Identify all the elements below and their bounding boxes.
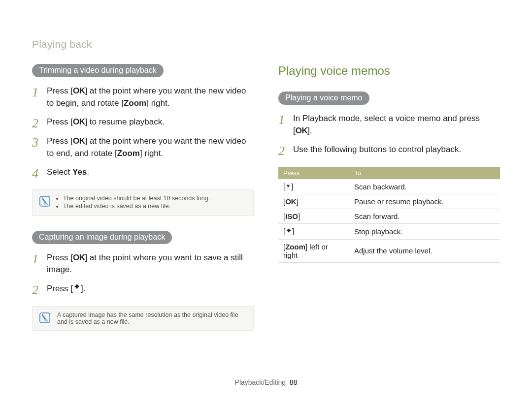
- controls-table: Press To [] Scan backward. [OK] Pause or…: [278, 167, 500, 263]
- step-item: 4 Select Yes.: [32, 166, 254, 179]
- step-number: 1: [32, 250, 38, 269]
- step-text: ].: [307, 126, 312, 135]
- heading-playing-voice-memos: Playing voice memos: [278, 64, 500, 78]
- step-text: Press [: [47, 284, 73, 293]
- step-text: Press [: [47, 136, 73, 146]
- step-item: 2 Press [OK] to resume playback.: [32, 116, 254, 128]
- step-item: 1 In Playback mode, select a voice memo …: [278, 113, 500, 137]
- ok-key: OK: [73, 253, 85, 262]
- flash-icon: [285, 183, 291, 191]
- ok-key: OK: [73, 117, 85, 126]
- pill-playing-voice-memo: Playing a voice memo: [278, 92, 369, 105]
- table-key-cell: [ISO]: [278, 209, 349, 224]
- right-column: Playing voice memos Playing a voice memo…: [278, 64, 500, 345]
- note-icon: [39, 312, 50, 323]
- ok-key: OK: [73, 86, 85, 95]
- table-row: [ISO] Scan forward.: [278, 209, 500, 224]
- table-desc-cell: Pause or resume playback.: [349, 194, 500, 209]
- table-header-press: Press: [278, 167, 349, 179]
- footer-section: Playback/Editing: [235, 378, 286, 386]
- note-text: A captured image has the same resolution…: [56, 311, 246, 325]
- step-text: In Playback mode, select a voice memo an…: [293, 114, 480, 135]
- step-number: 2: [278, 142, 285, 160]
- iso-key: ISO: [285, 212, 298, 220]
- step-number: 1: [278, 111, 285, 129]
- step-item: 2 Use the following buttons to control p…: [278, 144, 500, 156]
- steps-trimming: 1 Press [OK] at the point where you want…: [32, 85, 254, 179]
- step-text: ].: [81, 284, 85, 293]
- step-text: ] to resume playback.: [85, 117, 165, 126]
- pill-trimming-video: Trimming a video during playback: [32, 64, 164, 77]
- footer-page-number: 88: [290, 378, 298, 386]
- note-icon: [39, 196, 50, 207]
- zoom-label: Zoom: [117, 149, 140, 158]
- step-number: 2: [32, 114, 38, 133]
- step-item: 1 Press [OK] at the point where you want…: [32, 85, 254, 109]
- table-row: [] Stop playback.: [278, 224, 500, 240]
- zoom-label: Zoom: [124, 98, 146, 108]
- steps-capturing: 1 Press [OK] at the point where you want…: [32, 252, 254, 295]
- table-key-cell: []: [278, 179, 349, 194]
- step-text: ] right.: [146, 98, 169, 108]
- manual-page: Playing back Trimming a video during pla…: [0, 0, 532, 401]
- step-number: 3: [32, 133, 38, 152]
- table-header-row: Press To: [278, 167, 500, 179]
- table-key-cell: [OK]: [278, 194, 349, 209]
- note-box-trimming: The original video should be at least 10…: [32, 189, 254, 216]
- content-columns: Trimming a video during playback 1 Press…: [32, 64, 500, 345]
- steps-voice-memo: 1 In Playback mode, select a voice memo …: [278, 113, 500, 156]
- table-desc-cell: Stop playback.: [349, 224, 500, 240]
- step-text: Press [: [47, 117, 73, 126]
- note-item: The original video should be at least 10…: [63, 195, 210, 202]
- pill-capturing-image: Capturing an image during playback: [32, 231, 172, 244]
- table-row: [OK] Pause or resume playback.: [278, 194, 500, 209]
- ok-key: OK: [296, 126, 308, 135]
- note-item: The edited video is saved as a new file.: [63, 203, 210, 210]
- ok-key: OK: [285, 197, 297, 206]
- step-text: .: [87, 167, 89, 177]
- breadcrumb: Playing back: [32, 38, 500, 50]
- table-desc-cell: Adjust the volume level.: [349, 239, 500, 262]
- table-key-cell: []: [278, 224, 349, 240]
- table-desc-cell: Scan forward.: [349, 209, 500, 224]
- step-item: 1 Press [OK] at the point where you want…: [32, 252, 254, 276]
- zoom-label: Zoom: [285, 243, 305, 251]
- step-item: 3 Press [OK] at the point where you want…: [32, 135, 254, 159]
- table-row: [] Scan backward.: [278, 179, 500, 194]
- step-item: 2 Press [].: [32, 283, 254, 295]
- table-row: [Zoom] left or right Adjust the volume l…: [278, 239, 500, 262]
- page-footer: Playback/Editing 88: [0, 378, 532, 386]
- step-number: 2: [32, 281, 38, 300]
- macro-flower-icon: [285, 228, 292, 236]
- step-number: 1: [32, 83, 38, 102]
- note-list: The original video should be at least 10…: [56, 195, 210, 211]
- macro-flower-icon: [73, 283, 81, 295]
- step-number: 4: [32, 164, 38, 183]
- yes-label: Yes: [72, 167, 87, 177]
- ok-key: OK: [73, 136, 85, 146]
- table-header-to: To: [349, 167, 500, 179]
- step-text: Use the following buttons to control pla…: [293, 145, 461, 154]
- step-text: Press [: [47, 86, 73, 95]
- step-text: Select: [47, 167, 72, 177]
- left-column: Trimming a video during playback 1 Press…: [32, 64, 254, 345]
- step-text: ] right.: [140, 149, 163, 158]
- table-desc-cell: Scan backward.: [349, 179, 500, 194]
- note-box-capturing: A captured image has the same resolution…: [32, 306, 254, 331]
- table-key-cell: [Zoom] left or right: [278, 239, 349, 262]
- step-text: Press [: [47, 253, 73, 262]
